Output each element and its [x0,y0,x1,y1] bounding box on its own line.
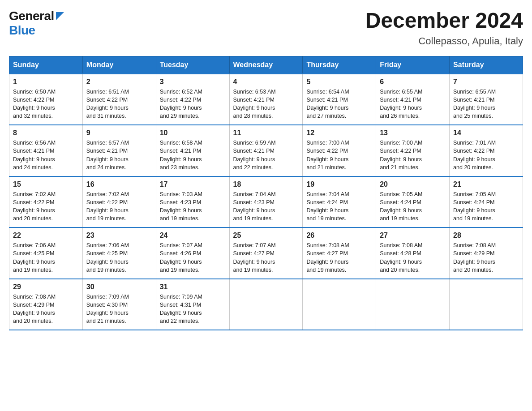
day-info: Sunrise: 7:00 AM Sunset: 4:22 PM Dayligh… [306,139,372,171]
day-number: 23 [86,231,152,240]
day-info: Sunrise: 6:54 AM Sunset: 4:21 PM Dayligh… [306,88,372,120]
day-number: 6 [380,78,446,86]
day-number: 17 [160,180,226,188]
day-number: 30 [86,283,152,291]
day-number: 25 [233,231,299,240]
table-row: 7 Sunrise: 6:55 AM Sunset: 4:21 PM Dayli… [450,74,523,125]
table-row: 24 Sunrise: 7:07 AM Sunset: 4:26 PM Dayl… [156,227,229,279]
header-thursday: Thursday [303,56,376,74]
table-row: 26 Sunrise: 7:08 AM Sunset: 4:27 PM Dayl… [303,227,376,279]
day-info: Sunrise: 7:03 AM Sunset: 4:23 PM Dayligh… [160,190,226,223]
day-number: 9 [86,129,152,137]
table-row: 20 Sunrise: 7:05 AM Sunset: 4:24 PM Dayl… [376,176,450,228]
day-number: 15 [13,180,79,188]
svg-marker-0 [56,12,64,20]
day-info: Sunrise: 7:07 AM Sunset: 4:27 PM Dayligh… [233,241,299,274]
table-row: 23 Sunrise: 7:06 AM Sunset: 4:25 PM Dayl… [82,227,156,279]
table-row: 19 Sunrise: 7:04 AM Sunset: 4:24 PM Dayl… [303,176,376,228]
day-info: Sunrise: 7:09 AM Sunset: 4:31 PM Dayligh… [160,293,226,325]
day-number: 8 [13,129,79,137]
table-row: 3 Sunrise: 6:52 AM Sunset: 4:22 PM Dayli… [156,74,229,125]
header-tuesday: Tuesday [156,56,229,74]
day-info: Sunrise: 7:04 AM Sunset: 4:23 PM Dayligh… [233,190,299,223]
table-row: 6 Sunrise: 6:55 AM Sunset: 4:21 PM Dayli… [376,74,450,125]
day-info: Sunrise: 7:04 AM Sunset: 4:24 PM Dayligh… [306,190,372,223]
header-monday: Monday [82,56,156,74]
day-info: Sunrise: 6:56 AM Sunset: 4:21 PM Dayligh… [13,139,79,171]
day-info: Sunrise: 7:09 AM Sunset: 4:30 PM Dayligh… [86,293,152,325]
day-number: 24 [160,231,226,240]
table-row: 16 Sunrise: 7:02 AM Sunset: 4:22 PM Dayl… [82,176,156,228]
day-number: 7 [453,78,519,86]
table-row: 10 Sunrise: 6:58 AM Sunset: 4:21 PM Dayl… [156,125,229,176]
day-number: 31 [160,283,226,291]
table-row: 2 Sunrise: 6:51 AM Sunset: 4:22 PM Dayli… [82,74,156,125]
day-info: Sunrise: 7:02 AM Sunset: 4:22 PM Dayligh… [13,190,79,223]
day-number: 18 [233,180,299,188]
day-number: 11 [233,129,299,137]
logo: General Blue [9,9,64,38]
table-row: 30 Sunrise: 7:09 AM Sunset: 4:30 PM Dayl… [82,279,156,330]
table-row [229,279,303,330]
day-number: 3 [160,78,226,86]
day-number: 21 [453,180,519,188]
day-info: Sunrise: 7:08 AM Sunset: 4:28 PM Dayligh… [380,241,446,274]
table-row: 9 Sunrise: 6:57 AM Sunset: 4:21 PM Dayli… [82,125,156,176]
header-friday: Friday [376,56,450,74]
day-info: Sunrise: 6:55 AM Sunset: 4:21 PM Dayligh… [453,88,519,120]
day-number: 20 [380,180,446,188]
table-row: 5 Sunrise: 6:54 AM Sunset: 4:21 PM Dayli… [303,74,376,125]
day-info: Sunrise: 6:52 AM Sunset: 4:22 PM Dayligh… [160,88,226,120]
month-title: December 2024 [365,9,523,33]
day-number: 28 [453,231,519,240]
day-number: 13 [380,129,446,137]
day-number: 10 [160,129,226,137]
table-row: 27 Sunrise: 7:08 AM Sunset: 4:28 PM Dayl… [376,227,450,279]
day-number: 5 [306,78,372,86]
location-title: Collepasso, Apulia, Italy [365,35,523,47]
day-info: Sunrise: 7:07 AM Sunset: 4:26 PM Dayligh… [160,241,226,274]
day-number: 26 [306,231,372,240]
table-row: 8 Sunrise: 6:56 AM Sunset: 4:21 PM Dayli… [9,125,83,176]
table-row: 1 Sunrise: 6:50 AM Sunset: 4:22 PM Dayli… [9,74,83,125]
table-row: 18 Sunrise: 7:04 AM Sunset: 4:23 PM Dayl… [229,176,303,228]
day-info: Sunrise: 6:55 AM Sunset: 4:21 PM Dayligh… [380,88,446,120]
day-info: Sunrise: 7:08 AM Sunset: 4:29 PM Dayligh… [453,241,519,274]
header-sunday: Sunday [9,56,83,74]
table-row: 11 Sunrise: 6:59 AM Sunset: 4:21 PM Dayl… [229,125,303,176]
day-info: Sunrise: 6:53 AM Sunset: 4:21 PM Dayligh… [233,88,299,120]
header-saturday: Saturday [450,56,523,74]
table-row: 15 Sunrise: 7:02 AM Sunset: 4:22 PM Dayl… [9,176,83,228]
day-info: Sunrise: 6:50 AM Sunset: 4:22 PM Dayligh… [13,88,79,120]
table-row: 13 Sunrise: 7:00 AM Sunset: 4:22 PM Dayl… [376,125,450,176]
title-area: December 2024 Collepasso, Apulia, Italy [365,9,523,47]
table-row: 29 Sunrise: 7:08 AM Sunset: 4:29 PM Dayl… [9,279,83,330]
table-row: 4 Sunrise: 6:53 AM Sunset: 4:21 PM Dayli… [229,74,303,125]
day-number: 16 [86,180,152,188]
table-row: 17 Sunrise: 7:03 AM Sunset: 4:23 PM Dayl… [156,176,229,228]
day-info: Sunrise: 7:02 AM Sunset: 4:22 PM Dayligh… [86,190,152,223]
logo-blue-text: Blue [9,23,35,37]
day-info: Sunrise: 6:57 AM Sunset: 4:21 PM Dayligh… [86,139,152,171]
day-info: Sunrise: 7:08 AM Sunset: 4:29 PM Dayligh… [13,293,79,325]
header-wednesday: Wednesday [229,56,303,74]
day-number: 4 [233,78,299,86]
day-info: Sunrise: 7:00 AM Sunset: 4:22 PM Dayligh… [380,139,446,171]
table-row: 12 Sunrise: 7:00 AM Sunset: 4:22 PM Dayl… [303,125,376,176]
days-header-row: Sunday Monday Tuesday Wednesday Thursday… [9,56,523,74]
logo-general-text: General [9,9,54,23]
day-info: Sunrise: 7:08 AM Sunset: 4:27 PM Dayligh… [306,241,372,274]
day-number: 12 [306,129,372,137]
day-number: 27 [380,231,446,240]
day-info: Sunrise: 7:05 AM Sunset: 4:24 PM Dayligh… [453,190,519,223]
table-row: 31 Sunrise: 7:09 AM Sunset: 4:31 PM Dayl… [156,279,229,330]
day-info: Sunrise: 7:01 AM Sunset: 4:22 PM Dayligh… [453,139,519,171]
day-number: 22 [13,231,79,240]
day-number: 19 [306,180,372,188]
day-info: Sunrise: 7:06 AM Sunset: 4:25 PM Dayligh… [86,241,152,274]
logo-triangle-icon [56,12,64,22]
day-number: 29 [13,283,79,291]
day-info: Sunrise: 7:06 AM Sunset: 4:25 PM Dayligh… [13,241,79,274]
table-row [303,279,376,330]
day-info: Sunrise: 7:05 AM Sunset: 4:24 PM Dayligh… [380,190,446,223]
